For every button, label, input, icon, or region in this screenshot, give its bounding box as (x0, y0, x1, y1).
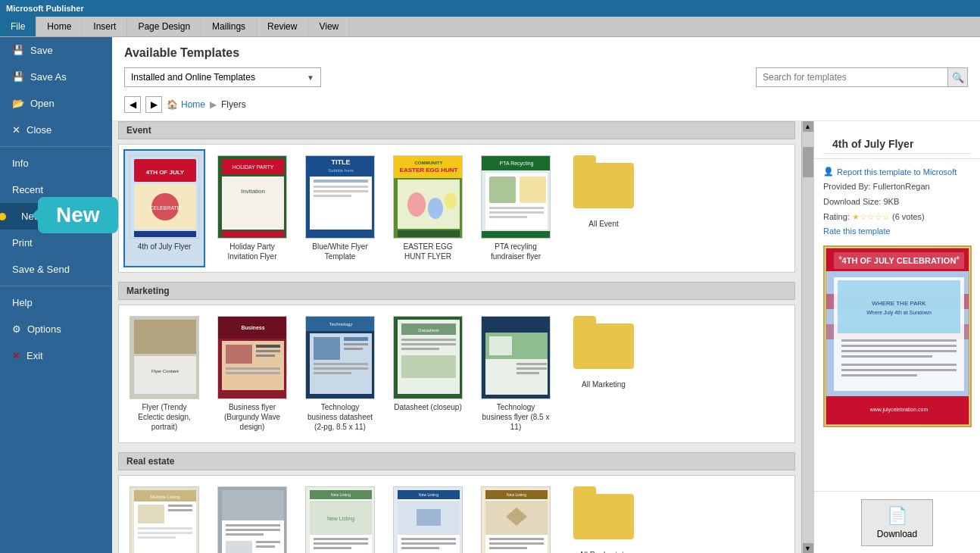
preview-svg: 4TH OF JULY CELEBRATION WHERE THE PARK W… (826, 248, 969, 425)
template-item-all-marketing[interactable]: All Marketing (563, 310, 644, 438)
template-item-holiday-party[interactable]: HOLIDAY PARTY Invitation Holiday Party I… (211, 149, 293, 267)
svg-rect-10 (222, 177, 284, 230)
svg-rect-109 (314, 538, 368, 540)
search-button[interactable]: 🔍 (947, 68, 967, 86)
section-header-marketing: Marketing (118, 282, 795, 300)
svg-rect-62 (344, 337, 368, 341)
page-title: Available Templates (124, 46, 968, 60)
folder-all-real-estate (569, 486, 638, 547)
tab-file[interactable]: File (0, 17, 36, 36)
folder-shape-real-estate (573, 494, 634, 539)
tab-mailings[interactable]: Mailings (201, 17, 257, 36)
svg-rect-141 (841, 339, 957, 342)
svg-rect-144 (841, 355, 932, 358)
templates-dropdown[interactable]: Installed and Online Templates ▼ (124, 67, 321, 87)
download-button[interactable]: 📄 Download (861, 499, 933, 546)
svg-rect-19 (314, 186, 368, 188)
chevron-down-icon: ▼ (307, 73, 314, 82)
scroll-thumb[interactable] (803, 147, 813, 177)
template-thumb-tech-datasheet: Technology (305, 316, 375, 399)
sidebar-item-help[interactable]: Help (0, 289, 112, 316)
template-label-easter: EASTER EGG HUNT FLYER (393, 242, 463, 261)
template-item-blue-white[interactable]: TITLE Subtitle here Bl (299, 149, 381, 267)
template-item-datasheet[interactable]: Datasheet Datasheet (closeup) (387, 310, 469, 438)
ml1-thumb-svg: Multiple Listing (130, 486, 198, 553)
right-panel-body: 👤 Report this template to Microsoft Prov… (814, 159, 980, 491)
data-thumb-svg: Datasheet (394, 316, 462, 399)
download-area: 📄 Download (814, 491, 980, 553)
sidebar-item-options[interactable]: ⚙ Options (0, 316, 112, 342)
easter-thumb-svg: COMMUNITY EASTER EGG HUNT (394, 155, 462, 239)
rate-link[interactable]: Rate this template (823, 224, 971, 239)
template-item-nl-arrows[interactable]: New Listing New listing flyer (Arrows, p… (475, 480, 557, 553)
nav-back-button[interactable]: ◀ (124, 96, 141, 113)
svg-rect-81 (517, 363, 547, 365)
svg-text:Subtitle here: Subtitle here (328, 168, 354, 173)
tab-review[interactable]: Review (257, 17, 308, 36)
section-real-estate: Real estate Multiple Listing (118, 452, 795, 553)
svg-rect-92 (138, 532, 192, 534)
section-header-real-estate: Real estate (118, 452, 795, 470)
svg-text:COMMUNITY: COMMUNITY (415, 161, 443, 165)
svg-rect-20 (314, 190, 368, 192)
template-item-ml-1[interactable]: Multiple Listing Multiple listing flyer (123, 480, 205, 553)
svg-rect-120 (401, 547, 439, 549)
save-as-icon: 💾 (12, 71, 24, 83)
scroll-down-button[interactable]: ▼ (803, 543, 813, 553)
nav-home-button[interactable]: 🏠 Home (167, 99, 205, 110)
template-item-july-flyer[interactable]: 4TH OF JULY CELEBRATE 4th of July Flyer (123, 149, 205, 267)
sidebar-item-save-send[interactable]: Save & Send (0, 256, 112, 283)
sidebar-item-save[interactable]: 💾 Save (0, 37, 112, 64)
sidebar-item-save-as[interactable]: 💾 Save As (0, 64, 112, 90)
tab-page-design[interactable]: Page Design (127, 17, 201, 36)
templates-scroll[interactable]: Event 4TH OF JULY C (112, 121, 801, 553)
svg-text:CELEBRATE: CELEBRATE (149, 205, 180, 211)
template-label-all-event: All Event (588, 219, 618, 229)
sidebar-item-new[interactable]: New New (0, 203, 112, 230)
tech2-thumb-svg (482, 316, 550, 399)
template-item-business-flyer[interactable]: Business Business fly (211, 310, 293, 438)
sidebar-item-open[interactable]: 📂 Open (0, 90, 112, 117)
sidebar-label-exit: Exit (27, 350, 43, 361)
july-thumb-svg: 4TH OF JULY CELEBRATE (130, 155, 198, 239)
scroll-up-button[interactable]: ▲ (803, 121, 813, 132)
tab-view[interactable]: View (308, 17, 350, 36)
template-item-all-real-estate[interactable]: All Real estate (563, 480, 644, 553)
svg-text:Multiple Listing: Multiple Listing (150, 495, 180, 499)
svg-rect-56 (226, 372, 280, 374)
save-icon: 💾 (12, 45, 24, 56)
sidebar-item-exit[interactable]: ✕ Exit (0, 342, 112, 369)
svg-text:★: ★ (955, 255, 960, 261)
report-link[interactable]: 👤 Report this template to Microsoft (823, 167, 971, 177)
nav-forward-button[interactable]: ▶ (145, 96, 162, 113)
svg-rect-147 (841, 374, 917, 376)
ribbon: File Home Insert Page Design Mailings Re… (0, 17, 980, 37)
svg-rect-146 (841, 369, 957, 371)
template-item-nl-premier[interactable]: New Listing New listing flyer (Premier, … (387, 480, 469, 553)
template-item-pta[interactable]: PTA Recycling PTA rec (475, 149, 557, 267)
svg-text:New Listing: New Listing (331, 492, 351, 497)
nl3-thumb-svg: New Listing (482, 486, 550, 553)
template-item-tech-flyer[interactable]: Technology business flyer (8.5 x 11) (475, 310, 557, 438)
svg-rect-142 (841, 345, 957, 347)
title-bar: Microsoft Publisher (0, 0, 980, 17)
svg-text:WHERE THE PARK: WHERE THE PARK (872, 300, 926, 307)
tab-home[interactable]: Home (36, 17, 83, 36)
svg-rect-17 (310, 177, 372, 230)
template-label-blue-white: Blue/White Flyer Template (305, 242, 375, 261)
template-item-tech-datasheet[interactable]: Technology (299, 310, 381, 438)
sidebar-item-print[interactable]: Print (0, 230, 112, 256)
template-item-ml-2[interactable]: Multiple listing flyer (Photoscope, agen… (211, 480, 293, 553)
download-icon: 📄 (887, 506, 907, 526)
scrollbar[interactable]: ▲ ▼ (801, 121, 813, 553)
template-item-all-event[interactable]: All Event (563, 149, 644, 267)
template-item-nl-elegant[interactable]: New Listing New Listing New listing flye… (299, 480, 381, 553)
sidebar-item-close[interactable]: ✕ Close (0, 117, 112, 143)
sidebar-item-info[interactable]: Info (0, 150, 112, 177)
tab-insert[interactable]: Insert (83, 17, 127, 36)
template-item-flyer-trendy[interactable]: Flyer Content Flyer (Trendy Eclectic des… (123, 310, 205, 438)
svg-text:TITLE: TITLE (332, 158, 351, 166)
search-input[interactable] (757, 70, 947, 84)
svg-rect-12 (222, 231, 284, 237)
template-item-easter[interactable]: COMMUNITY EASTER EGG HUNT EASTER EGG HUN… (387, 149, 469, 267)
